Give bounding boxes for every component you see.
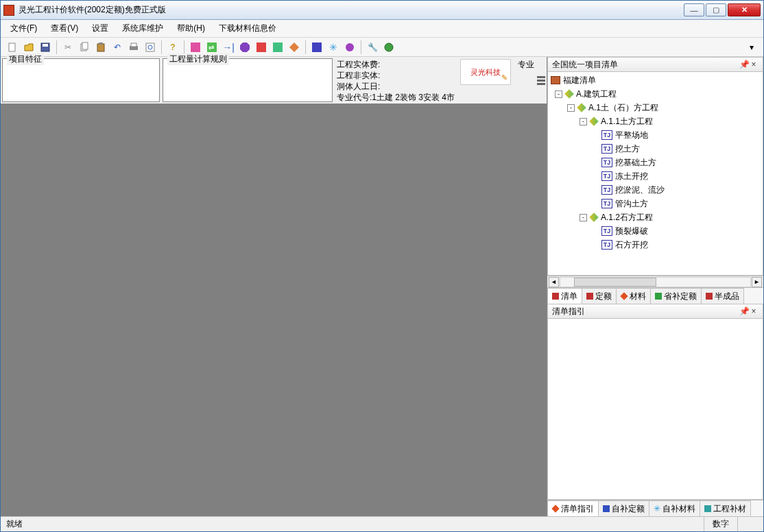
undo-icon[interactable]: ↶ [110,40,125,55]
tree-node-a1[interactable]: A.1土（石）方工程 [588,101,658,114]
svg-rect-11 [191,43,200,52]
open-icon[interactable] [21,40,36,55]
collapse-icon[interactable]: - [567,104,575,112]
panel-close-icon[interactable]: × [749,60,759,69]
scroll-right-icon[interactable]: ► [752,277,762,287]
status-ready: 就绪 [6,517,31,531]
pin-icon[interactable]: 📌 [739,60,749,69]
menu-file[interactable]: 文件(F) [5,21,43,36]
tree-leaf[interactable]: 石方开挖 [615,238,648,252]
pin-icon[interactable]: 📌 [739,306,749,316]
tool-h-icon[interactable] [309,40,324,55]
panel-guide-header: 清单指引 📌 × [547,304,763,319]
project-feature-label: 项目特征 [7,53,44,65]
print-icon[interactable] [126,40,141,55]
preview-icon[interactable] [143,40,158,55]
panel-list-header: 全国统一项目清单 📌 × [547,57,763,72]
tool-star-icon[interactable]: ✳ [326,40,341,55]
tool-a-icon[interactable] [188,40,203,55]
new-icon[interactable] [5,40,20,55]
panel-grip-icon[interactable] [537,76,545,78]
minimize-button[interactable]: — [684,3,704,16]
collapse-icon[interactable]: - [580,118,587,125]
svg-rect-6 [99,43,103,45]
category-icon [589,117,599,126]
info-entity-fee: 工程实体费: [337,59,460,70]
tab-self-quota[interactable]: 自补定额 [598,500,649,516]
category-icon [577,103,586,112]
quantity-rule-box[interactable]: 工程量计算规则 [163,58,333,102]
tool-globe-icon[interactable] [381,40,396,55]
tab-material[interactable]: 材料 [616,288,651,304]
menu-syslib[interactable]: 系统库维护 [117,21,169,36]
star-icon: ✳ [654,504,660,513]
tree-leaf[interactable]: 挖基础土方 [615,156,656,169]
close-button[interactable]: ✕ [728,3,761,16]
tree-leaf[interactable]: 预裂爆破 [615,224,648,238]
specialty-edge-label: 专业 [514,57,537,104]
menu-view[interactable]: 查看(V) [45,21,84,36]
quantity-rule-label: 工程量计算规则 [167,53,229,65]
category-icon [564,89,574,99]
tab-list[interactable]: 清单 [547,288,582,304]
tab-quota[interactable]: 定额 [582,288,617,304]
tool-f-icon[interactable] [270,40,285,55]
svg-rect-8 [131,43,136,47]
scroll-track[interactable] [560,277,751,287]
tree-leaf[interactable]: 挖土方 [615,142,640,156]
tab-proj-material[interactable]: 工程补材 [700,500,751,516]
copy-icon[interactable] [77,40,92,55]
tool-e-icon[interactable] [254,40,269,55]
tab-icon [551,505,559,512]
collapse-icon[interactable]: - [555,90,562,98]
app-icon [3,5,14,16]
catalog-tabbar: 清单 定额 材料 省补定额 半成品 [547,287,763,304]
tree-leaf[interactable]: 平整场地 [615,128,648,142]
save-icon[interactable] [38,40,53,55]
tab-guide[interactable]: 清单指引 [547,500,599,516]
tool-wrench-icon[interactable]: 🔧 [365,40,380,55]
toolbar-separator [184,40,184,54]
panel-guide-body [547,319,763,500]
tree-node-a11[interactable]: A.1.1土方工程 [601,114,653,128]
tree-leaf[interactable]: 冻土开挖 [615,169,648,183]
tab-self-material[interactable]: ✳自补材料 [649,500,700,516]
tool-g-icon[interactable] [287,40,302,55]
toolbar-overflow-icon[interactable]: ▾ [744,40,759,55]
catalog-tree[interactable]: 福建清单 -A.建筑工程 -A.1土（石）方工程 -A.1.1土方工程 TJ平整… [547,72,763,276]
project-feature-box[interactable]: 项目特征 [2,58,160,102]
tool-i-icon[interactable] [342,40,357,55]
panel-close-icon[interactable]: × [749,306,759,316]
category-icon [589,213,599,222]
svg-rect-18 [312,43,322,52]
tree-node-a[interactable]: A.建筑工程 [576,87,617,101]
tool-b-icon[interactable]: ⇄ [204,40,219,55]
menu-download[interactable]: 下载材料信息价 [213,21,282,36]
tree-node-a12[interactable]: A.1.2石方工程 [601,210,653,224]
tree-root[interactable]: 福建清单 [563,73,596,87]
svg-rect-0 [9,43,15,51]
tab-icon [586,293,593,300]
info-area: 工程实体费: 工程非实体: 洞体人工日: 专业代号:1土建 2装饰 3安装 4市… [334,57,514,104]
tool-c-icon[interactable]: →| [221,40,236,55]
menu-help[interactable]: 帮助(H) [171,21,211,36]
svg-rect-16 [273,43,283,52]
svg-rect-14 [240,43,250,52]
tab-prov-quota[interactable]: 省补定额 [650,288,702,304]
maximize-button[interactable]: ▢ [706,3,726,16]
status-numlock: 数字 [704,517,737,531]
cut-icon[interactable]: ✂ [60,40,75,55]
menu-settings[interactable]: 设置 [86,21,114,36]
help-icon[interactable]: ? [165,40,180,55]
scroll-thumb[interactable] [574,278,656,287]
tab-semi[interactable]: 半成品 [701,288,744,304]
tool-d-icon[interactable] [237,40,252,55]
tree-leaf[interactable]: 挖淤泥、流沙 [615,183,665,197]
scroll-left-icon[interactable]: ◄ [549,277,559,287]
horizontal-scrollbar[interactable]: ◄ ► [547,276,763,287]
panel-guide: 清单指引 📌 × 清单指引 自补定额 ✳自补材料 工程补材 [547,304,763,516]
menubar: 文件(F) 查看(V) 设置 系统库维护 帮助(H) 下载材料信息价 [1,20,763,38]
paste-icon[interactable] [93,40,108,55]
tree-leaf[interactable]: 管沟土方 [615,197,648,210]
collapse-icon[interactable]: - [580,214,587,221]
